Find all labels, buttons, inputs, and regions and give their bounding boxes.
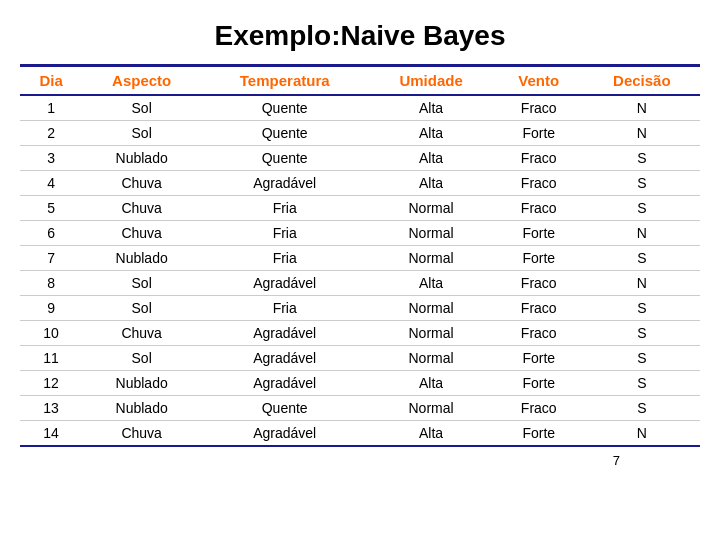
table-cell: 2 [20,121,82,146]
table-cell: N [584,271,700,296]
col-header-temperatura: Temperatura [201,66,368,96]
page-number: 7 [613,453,620,468]
table-cell: Forte [494,346,584,371]
table-cell: 9 [20,296,82,321]
table-cell: Nublado [82,246,201,271]
table-cell: Chuva [82,196,201,221]
table-cell: Normal [368,321,493,346]
table-cell: S [584,321,700,346]
table-cell: Agradável [201,421,368,447]
table-cell: 7 [20,246,82,271]
table-cell: Sol [82,271,201,296]
table-cell: Forte [494,371,584,396]
table-row: 12NubladoAgradávelAltaForteS [20,371,700,396]
table-cell: Fraco [494,296,584,321]
table-row: 10ChuvaAgradávelNormalFracoS [20,321,700,346]
col-header-dia: Dia [20,66,82,96]
table-cell: 13 [20,396,82,421]
table-row: 6ChuvaFriaNormalForteN [20,221,700,246]
table-cell: Alta [368,146,493,171]
table-cell: 11 [20,346,82,371]
table-cell: Nublado [82,396,201,421]
table-cell: S [584,371,700,396]
table-row: 13NubladoQuenteNormalFracoS [20,396,700,421]
table-row: 3NubladoQuenteAltaFracoS [20,146,700,171]
table-cell: 12 [20,371,82,396]
table-cell: Sol [82,346,201,371]
table-cell: 10 [20,321,82,346]
table-cell: Forte [494,246,584,271]
table-row: 11SolAgradávelNormalForteS [20,346,700,371]
page-title: Exemplo:Naive Bayes [214,20,505,52]
table-cell: Normal [368,221,493,246]
table-cell: 4 [20,171,82,196]
table-cell: 14 [20,421,82,447]
table-cell: Fria [201,196,368,221]
table-cell: Quente [201,121,368,146]
table-cell: 1 [20,95,82,121]
table-row: 7NubladoFriaNormalForteS [20,246,700,271]
table-cell: Normal [368,196,493,221]
table-cell: Alta [368,271,493,296]
table-cell: Nublado [82,146,201,171]
table-cell: S [584,146,700,171]
table-cell: N [584,95,700,121]
table-cell: Fria [201,296,368,321]
table-cell: S [584,246,700,271]
col-header-umidade: Umidade [368,66,493,96]
table-cell: Normal [368,296,493,321]
table-cell: Forte [494,421,584,447]
table-cell: Fraco [494,95,584,121]
col-header-decisao: Decisão [584,66,700,96]
table-cell: Quente [201,396,368,421]
table-row: 2SolQuenteAltaForteN [20,121,700,146]
table-cell: 5 [20,196,82,221]
table-cell: Alta [368,95,493,121]
table-cell: Alta [368,171,493,196]
table-cell: N [584,221,700,246]
table-cell: Alta [368,371,493,396]
table-row: 8SolAgradávelAltaFracoN [20,271,700,296]
table-cell: Fria [201,221,368,246]
table-cell: Fria [201,246,368,271]
table-row: 4ChuvaAgradávelAltaFracoS [20,171,700,196]
col-header-aspecto: Aspecto [82,66,201,96]
table-cell: Agradável [201,171,368,196]
table-cell: Forte [494,221,584,246]
table-cell: S [584,196,700,221]
table-cell: S [584,296,700,321]
table-cell: Fraco [494,196,584,221]
table-cell: 6 [20,221,82,246]
table-cell: Nublado [82,371,201,396]
col-header-vento: Vento [494,66,584,96]
table-cell: Fraco [494,396,584,421]
table-header-row: Dia Aspecto Temperatura Umidade Vento De… [20,66,700,96]
data-table-wrapper: Dia Aspecto Temperatura Umidade Vento De… [20,64,700,447]
table-row: 1SolQuenteAltaFracoN [20,95,700,121]
table-cell: Quente [201,95,368,121]
table-cell: Chuva [82,221,201,246]
table-cell: Fraco [494,321,584,346]
table-cell: Normal [368,246,493,271]
table-cell: Quente [201,146,368,171]
table-cell: Alta [368,121,493,146]
table-row: 14ChuvaAgradávelAltaForteN [20,421,700,447]
table-body: 1SolQuenteAltaFracoN2SolQuenteAltaForteN… [20,95,700,446]
table-row: 5ChuvaFriaNormalFracoS [20,196,700,221]
table-cell: Normal [368,396,493,421]
table-cell: Sol [82,95,201,121]
table-cell: Agradável [201,371,368,396]
table-cell: Agradável [201,271,368,296]
table-cell: Agradável [201,346,368,371]
table-cell: Sol [82,121,201,146]
table-cell: Normal [368,346,493,371]
table-cell: Agradável [201,321,368,346]
table-cell: Fraco [494,271,584,296]
table-cell: S [584,396,700,421]
naive-bayes-table: Dia Aspecto Temperatura Umidade Vento De… [20,64,700,447]
table-cell: Chuva [82,171,201,196]
table-cell: N [584,421,700,447]
table-cell: Chuva [82,421,201,447]
table-cell: Fraco [494,171,584,196]
table-cell: 3 [20,146,82,171]
